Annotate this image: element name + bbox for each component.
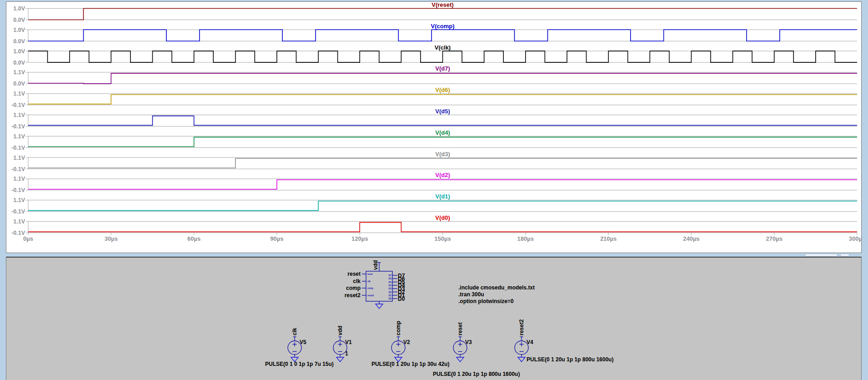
net-label-clk[interactable]: clk [291, 328, 298, 335]
spice-directives[interactable]: .include cmosedu_models.txt .tran 300u .… [458, 284, 535, 304]
trace-title-vd2[interactable]: V(d2) [435, 172, 450, 178]
waveform-viewer-window: 1.0V0.0VV(reset)1.0V0.0VV(comp)1.0V0.0VV… [6, 1, 862, 253]
pin-name-inner-comp: comp [367, 287, 373, 289]
pane-3-ymin-label: 0.0V [13, 81, 25, 87]
trace-vd3[interactable] [28, 158, 857, 168]
pin-name-inner-d5: D5 [389, 281, 391, 284]
directive-tran[interactable]: .tran 300u [458, 291, 484, 298]
trace-vd7[interactable] [28, 73, 857, 84]
source-value-v2[interactable]: PULSE(0 1 20u 1p 1p 30u 42u) [371, 361, 449, 367]
trace-title-vd3[interactable]: V(d3) [435, 151, 450, 157]
voltage-source-v1[interactable]: vddV11 [333, 326, 352, 362]
voltage-source-v4[interactable]: reset2V4PULSE(0 1 20u 1p 1p 800u 1600u) [515, 319, 613, 363]
pin-name-inner-d3: D3 [389, 288, 391, 290]
schematic-canvas[interactable]: vdd .include cmosedu_models.txt .tran 30… [6, 258, 861, 380]
pane-7-ymax-label: 1.1V [13, 155, 25, 161]
trace-vclk[interactable] [28, 51, 857, 62]
trace-vd4[interactable] [28, 137, 857, 147]
trace-vd0[interactable] [28, 223, 857, 232]
trace-title-vd7[interactable]: V(d7) [435, 65, 450, 72]
pin-name-inner-d7: D7 [389, 274, 391, 277]
time-tick-label-240: 240µs [683, 235, 699, 242]
trace-vd5[interactable] [28, 116, 857, 126]
directive-option[interactable]: .option plotwinsize=0 [458, 298, 514, 304]
trace-title-vcomp[interactable]: V(comp) [431, 23, 455, 30]
pin-name-inner-d2: D2 [389, 291, 391, 294]
pane-2-ymin-label: 0.0V [13, 60, 25, 66]
trace-vd2[interactable] [28, 180, 857, 189]
pane-1-ymax-label: 1.0V [13, 27, 25, 33]
pin-label-d0[interactable]: D0 [398, 296, 405, 302]
pane-6-ymax-label: 1.1V [13, 133, 25, 140]
net-label-reset2[interactable]: reset2 [518, 319, 525, 335]
time-tick-label-120: 120µs [351, 235, 368, 242]
schematic-editor-window: vdd .include cmosedu_models.txt .tran 30… [6, 257, 862, 380]
source-name-v3[interactable]: V3 [465, 339, 472, 345]
trace-title-vd5[interactable]: V(d5) [435, 108, 450, 115]
source-name-v4[interactable]: V4 [527, 339, 533, 345]
pane-0-ymin-label: 0.0V [13, 17, 25, 23]
trace-title-vd6[interactable]: V(d6) [435, 86, 450, 93]
ground-icon[interactable] [376, 304, 383, 309]
pane-0-ymax-label: 1.0V [13, 5, 25, 12]
pane-9-ymin-label: -0.1V [11, 208, 25, 215]
trace-title-vclk[interactable]: V(clk) [435, 44, 451, 51]
trace-vreset[interactable] [28, 9, 857, 20]
vdd-net-label[interactable]: vdd [372, 260, 379, 270]
time-tick-label-60: 60µs [187, 235, 201, 242]
pane-2-ymax-label: 1.0V [13, 48, 25, 55]
waveform-plot-area[interactable]: 1.0V0.0VV(reset)1.0V0.0VV(comp)1.0V0.0VV… [6, 2, 861, 253]
voltage-source-v2[interactable]: compV2PULSE(0 1 20u 1p 1p 30u 42u) [371, 321, 449, 367]
source-name-v5[interactable]: V5 [300, 339, 306, 345]
directive-include[interactable]: .include cmosedu_models.txt [458, 284, 535, 291]
source-value-v5[interactable]: PULSE(0 1 0 1p 1p 7u 15u) [265, 361, 334, 367]
pane-6-ymin-label: -0.1V [11, 145, 25, 151]
trace-title-vd1[interactable]: V(d1) [435, 193, 450, 200]
time-tick-label-210: 210µs [600, 235, 617, 242]
net-label-reset[interactable]: reset [457, 322, 463, 335]
source-name-v2[interactable]: V2 [403, 339, 410, 345]
pane-7-ymin-label: -0.1V [11, 166, 25, 172]
time-tick-label-180: 180µs [517, 235, 534, 242]
source-value-v3[interactable]: PULSE(0 1 20u 1p 1p 800u 1600u) [433, 371, 520, 377]
source-name-v1[interactable]: V1 [345, 339, 352, 345]
ground-icon[interactable] [336, 357, 344, 362]
trace-vd1[interactable] [28, 201, 857, 211]
time-tick-label-0: 0µs [23, 235, 33, 242]
pane-9-ymax-label: 1.1V [13, 197, 25, 203]
ground-icon[interactable] [518, 357, 525, 362]
time-tick-label-90: 90µs [270, 235, 283, 242]
net-label-vdd[interactable]: vdd [337, 326, 343, 335]
pin-name-inner-d6: D6 [389, 278, 391, 280]
ground-icon[interactable] [457, 357, 464, 362]
net-label-comp[interactable]: comp [395, 321, 401, 335]
trace-vd6[interactable] [28, 95, 857, 104]
pin-label-reset[interactable]: reset [347, 271, 361, 277]
pane-10-ymax-label: 1.1V [13, 218, 25, 225]
pin-name-inner-d1: D1 [389, 294, 391, 297]
pin-label-reset2[interactable]: reset2 [345, 292, 361, 299]
pane-4-ymin-label: -0.1V [11, 102, 25, 108]
pane-1-ymin-label: 0.0V [13, 38, 25, 45]
pin-name-inner-reset: reset [367, 273, 373, 275]
pin-name-inner-d0: D0 [389, 298, 391, 300]
trace-title-vd4[interactable]: V(d4) [435, 129, 450, 136]
pin-label-comp[interactable]: comp [346, 285, 361, 291]
pin-name-inner-clk: clk [367, 280, 371, 283]
pane-5-ymin-label: -0.1V [11, 123, 25, 130]
time-tick-label-150: 150µs [434, 235, 451, 242]
trace-title-vreset[interactable]: V(reset) [431, 2, 453, 8]
trace-vcomp[interactable] [28, 30, 857, 41]
pin-name-inner-reset2: reset2 [367, 294, 374, 297]
pane-4-ymax-label: 1.1V [13, 91, 25, 97]
voltage-source-v5[interactable]: clkV5PULSE(0 1 0 1p 1p 7u 15u) [265, 328, 334, 367]
window-splitter-grip[interactable] [840, 253, 849, 257]
voltage-source-v3[interactable]: resetV3PULSE(0 1 20u 1p 1p 800u 1600u) [433, 322, 520, 377]
source-value-v4[interactable]: PULSE(0 1 20u 1p 1p 800u 1600u) [527, 356, 613, 363]
pin-label-clk[interactable]: clk [353, 278, 361, 284]
time-tick-label-30: 30µs [105, 235, 118, 242]
window-splitter-handle[interactable] [805, 253, 838, 257]
trace-title-vd0[interactable]: V(d0) [435, 214, 450, 221]
pane-8-ymax-label: 1.1V [13, 176, 25, 182]
source-value-v1[interactable]: 1 [345, 350, 348, 357]
